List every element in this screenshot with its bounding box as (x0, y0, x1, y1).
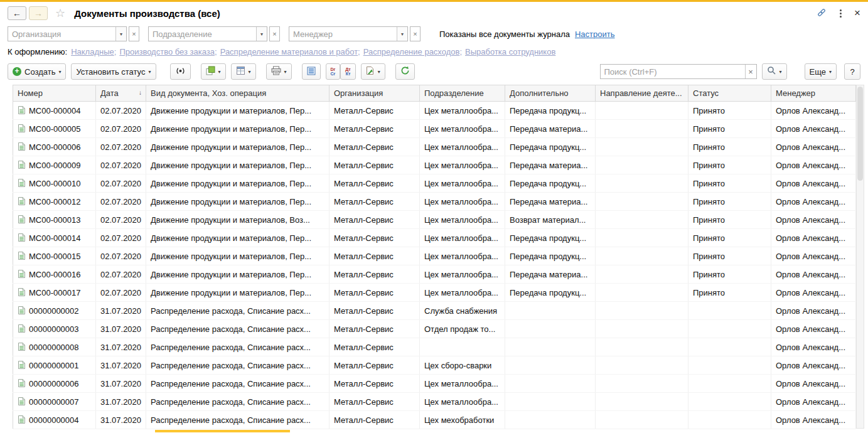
column-header-direction[interactable]: Направление деяте... (596, 85, 689, 102)
cell-date: 31.07.2020 (96, 356, 146, 375)
organization-input[interactable] (8, 27, 115, 41)
help-button[interactable]: ? (844, 63, 860, 80)
clear-icon[interactable]: × (745, 65, 756, 78)
cell-additional (505, 411, 596, 429)
cell-department: Служба снабжения (420, 302, 505, 320)
column-header-organization[interactable]: Организация (330, 85, 420, 102)
get-link-icon[interactable] (816, 8, 827, 19)
table-row[interactable]: МС00-00000902.07.2020Движение продукции … (13, 156, 856, 174)
manager-input[interactable] (289, 27, 397, 41)
clear-icon[interactable]: × (129, 26, 139, 41)
table-row[interactable]: МС00-00001002.07.2020Движение продукции … (13, 174, 856, 193)
cell-department (420, 338, 505, 356)
back-button[interactable]: ← (8, 6, 26, 20)
cell-doc-type: Движение продукции и материалов, Пер... (146, 120, 330, 138)
favorite-star-icon[interactable]: ☆ (55, 6, 65, 20)
report-button[interactable] (302, 63, 321, 80)
create-based-on-button[interactable]: ▾ (361, 63, 385, 80)
column-header-date[interactable]: Дата ↓ (96, 85, 146, 102)
cell-status (689, 320, 771, 338)
column-header-additional[interactable]: Дополнительно (505, 85, 596, 102)
cell-manager: Орлов Александ... (771, 265, 856, 284)
vertical-scrollbar[interactable] (856, 85, 864, 429)
create-button[interactable]: + Создать ▾ (8, 63, 66, 80)
post-document-button[interactable] (170, 63, 191, 80)
cell-additional: Возврат материал... (505, 211, 596, 229)
document-table: Номер Дата ↓ Вид документа, Хоз. операци… (13, 85, 856, 429)
document-icon (18, 251, 26, 260)
table-row[interactable]: 0000000000231.07.2020Распределение расхо… (13, 302, 856, 320)
set-status-button[interactable]: Установить статус ▾ (71, 63, 156, 80)
column-header-department[interactable]: Подразделение (420, 85, 505, 102)
cell-manager: Орлов Александ... (771, 247, 856, 265)
cell-doc-type: Распределение расхода, Списание расх... (146, 338, 330, 356)
cell-date: 31.07.2020 (96, 393, 146, 411)
print-button[interactable]: ▾ (266, 63, 292, 80)
table-row[interactable]: 0000000000431.07.2020Распределение расхо… (13, 411, 856, 429)
table-row[interactable]: 0000000000331.07.2020Распределение расхо… (13, 320, 856, 338)
cell-doc-type: Движение продукции и материалов, Пер... (146, 156, 330, 174)
forward-button[interactable]: → (29, 6, 48, 20)
vertical-scrollbar-thumb[interactable] (857, 87, 863, 181)
horizontal-scrollbar[interactable] (13, 430, 852, 433)
chevron-down-icon: ▾ (378, 69, 380, 75)
register-link[interactable]: Накладные (71, 47, 114, 56)
cell-organization: Металл-Сервис (330, 265, 420, 284)
more-button-label: Еще (810, 67, 826, 77)
chevron-down-icon[interactable]: ▾ (397, 27, 407, 41)
cell-doc-type: Движение продукции и материалов, Пер... (146, 284, 330, 302)
table-row[interactable]: МС00-00001202.07.2020Движение продукции … (13, 193, 856, 211)
dtkt-movements-button[interactable]: Дт Кт (340, 63, 355, 80)
chevron-down-icon[interactable]: ▾ (256, 27, 267, 41)
column-header-manager[interactable]: Менеджер (771, 85, 856, 102)
department-input[interactable] (149, 27, 256, 41)
clear-icon[interactable]: × (269, 26, 280, 41)
document-grid-button[interactable]: ▾ (231, 63, 256, 80)
toolbar: + Создать ▾ Установить статус ▾ ▾ ▾ ▾ (0, 60, 868, 83)
table-row[interactable]: МС00-00001302.07.2020Движение продукции … (13, 211, 856, 229)
search-button[interactable]: ▾ (762, 63, 787, 80)
document-table-area: Номер Дата ↓ Вид документа, Хоз. операци… (13, 85, 864, 429)
table-row[interactable]: МС00-00001602.07.2020Движение продукции … (13, 265, 856, 284)
register-link[interactable]: Выработка сотрудников (465, 47, 555, 56)
table-row[interactable]: МС00-00000402.07.2020Движение продукции … (13, 102, 856, 120)
column-header-doc-type[interactable]: Вид документа, Хоз. операция (146, 85, 330, 102)
cell-doc-type: Распределение расхода, Списание расх... (146, 302, 330, 320)
configure-link[interactable]: Настроить (575, 29, 615, 39)
table-row[interactable]: МС00-00000602.07.2020Движение продукции … (13, 138, 856, 156)
table-row[interactable]: 0000000000131.07.2020Распределение расхо… (13, 356, 856, 375)
cell-direction (596, 138, 689, 156)
table-row[interactable]: МС00-00001502.07.2020Движение продукции … (13, 247, 856, 265)
drcr-movements-button[interactable]: Dr Cr (326, 63, 341, 80)
cell-date: 31.07.2020 (96, 375, 146, 393)
cell-additional (505, 320, 596, 338)
document-icon (18, 142, 26, 151)
cell-number: МС00-000004 (13, 102, 96, 120)
more-button[interactable]: Еще ▾ (805, 63, 837, 80)
menu-dots-icon[interactable] (837, 8, 844, 19)
cell-organization: Металл-Сервис (330, 393, 420, 411)
register-link[interactable]: Производство без заказа (119, 47, 215, 56)
clear-icon[interactable]: × (410, 26, 421, 41)
close-icon[interactable]: × (854, 7, 860, 19)
table-row[interactable]: 0000000000731.07.2020Распределение расхо… (13, 393, 856, 411)
cell-additional: Передача материа... (505, 193, 596, 211)
search-input[interactable] (601, 65, 745, 78)
cell-date: 31.07.2020 (96, 320, 146, 338)
table-row[interactable]: МС00-00001702.07.2020Движение продукции … (13, 284, 856, 302)
column-header-status[interactable]: Статус (689, 85, 771, 102)
register-link[interactable]: Распределение материалов и работ (220, 47, 358, 56)
table-row[interactable]: 0000000000631.07.2020Распределение расхо… (13, 375, 856, 393)
column-header-number[interactable]: Номер (13, 85, 96, 102)
stacked-documents-button[interactable]: ▾ (201, 63, 226, 80)
table-row[interactable]: 0000000000831.07.2020Распределение расхо… (13, 338, 856, 356)
refresh-button[interactable] (395, 63, 415, 80)
cell-doc-type: Движение продукции и материалов, Пер... (146, 138, 330, 156)
register-link[interactable]: Распределение расходов (363, 47, 460, 56)
chevron-down-icon[interactable]: ▾ (115, 27, 126, 41)
table-row[interactable]: МС00-00001402.07.2020Движение продукции … (13, 229, 856, 247)
cell-organization: Металл-Сервис (330, 156, 420, 174)
table-row[interactable]: МС00-00000502.07.2020Движение продукции … (13, 120, 856, 138)
cell-date: 02.07.2020 (96, 174, 146, 193)
horizontal-scrollbar-thumb[interactable] (155, 430, 290, 432)
